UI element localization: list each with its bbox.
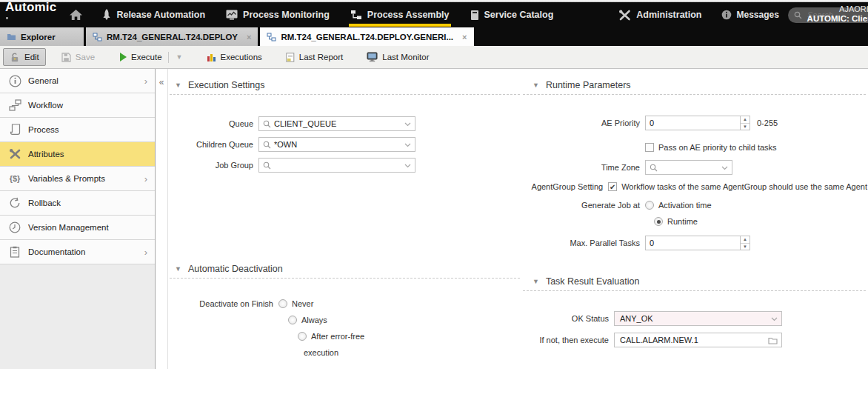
if-not-execute-input[interactable]	[616, 336, 767, 344]
section-automatic-deactivation[interactable]: ▼ Automatic Deactivation	[168, 262, 521, 275]
home-button[interactable]	[69, 9, 83, 21]
queue-combobox[interactable]: CLIENT_QUEUE	[258, 116, 415, 131]
main-nav: Release Automation Process Monitoring Pr…	[101, 4, 721, 26]
max-parallel-input[interactable]	[646, 239, 740, 247]
sidebar-item-variables-prompts[interactable]: {$} Variables & Prompts ›	[0, 167, 155, 191]
chevron-down-icon[interactable]	[721, 166, 728, 170]
search-icon	[263, 141, 271, 149]
radio-after-error-free[interactable]	[298, 332, 307, 341]
save-button[interactable]: Save	[55, 48, 101, 66]
nav-service-catalog[interactable]: Service Catalog	[469, 4, 555, 26]
sidebar-item-label: Workflow	[28, 101, 63, 110]
execute-button[interactable]: Execute ▼	[113, 48, 189, 66]
nav-administration[interactable]: Administration	[617, 4, 703, 26]
sidebar-item-label: Version Management	[28, 223, 109, 232]
browse-folder-icon[interactable]	[768, 336, 778, 344]
time-zone-combobox[interactable]	[645, 160, 732, 175]
tools-icon	[618, 10, 631, 21]
document-tabbar: Explorer RM.T24_GENERAL.T24.DEPLOY × RM.…	[0, 27, 868, 46]
time-zone-row: Time Zone	[521, 160, 867, 175]
section-divider	[523, 290, 866, 291]
job-group-combobox[interactable]	[258, 158, 415, 173]
section-task-result-evaluation[interactable]: ▼ Task Result Evaluation	[521, 275, 867, 287]
tab-deploy-generic[interactable]: RM.T24_GENERAL.T24.DEPLOY.GENERI... ×	[260, 27, 473, 46]
automic-logo: Automic	[5, 0, 56, 30]
rollback-icon	[6, 197, 24, 209]
if-not-execute-field[interactable]	[614, 333, 782, 347]
chevron-right-icon: ›	[144, 173, 147, 184]
last-monitor-button[interactable]: Last Monitor	[360, 48, 435, 66]
folder-icon	[7, 33, 16, 41]
execute-dropdown-icon[interactable]: ▼	[176, 53, 183, 61]
ok-status-row: OK Status ANY_OK	[521, 311, 867, 326]
sidebar-item-attributes[interactable]: Attributes	[0, 142, 155, 167]
section-runtime-parameters[interactable]: ▼ Runtime Parameters	[521, 79, 867, 91]
ae-priority-input[interactable]	[646, 119, 740, 127]
nav-label: Release Automation	[116, 10, 205, 20]
scroll-icon	[6, 124, 24, 136]
sidebar-collapse-gutter: «	[156, 69, 168, 369]
messages-button[interactable]: Messages	[721, 10, 779, 20]
ok-status-select[interactable]: ANY_OK	[614, 311, 782, 326]
sidebar-item-workflow[interactable]: Workflow	[0, 93, 155, 118]
ae-priority-range-hint: 0-255	[757, 119, 778, 127]
chevron-down-icon[interactable]	[404, 164, 411, 168]
sidebar-item-label: Variables & Prompts	[28, 174, 105, 183]
floppy-icon	[61, 53, 71, 62]
sidebar-item-label: Process	[28, 125, 59, 134]
collapse-triangle-icon: ▼	[533, 278, 539, 285]
pass-on-priority-label: Pass on AE priority to child tasks	[658, 143, 777, 152]
sidebar-item-process[interactable]: Process	[0, 118, 155, 142]
bar-chart-icon	[207, 53, 216, 61]
info-icon	[721, 10, 732, 20]
queue-value: CLIENT_QUEUE	[274, 119, 336, 128]
radio-selected-dot	[657, 220, 661, 224]
section-execution-settings[interactable]: ▼ Execution Settings	[168, 79, 521, 91]
variables-icon: {$}	[6, 174, 24, 183]
children-queue-combobox[interactable]: *OWN	[258, 137, 415, 152]
close-tab-icon[interactable]: ×	[247, 33, 251, 41]
radio-never[interactable]	[278, 299, 287, 308]
sidebar-item-version-management[interactable]: Version Management	[0, 216, 155, 240]
pass-on-priority-checkbox[interactable]	[645, 143, 654, 152]
time-zone-label: Time Zone	[521, 163, 645, 172]
trademark-dot	[6, 17, 8, 19]
tab-deploy[interactable]: RM.T24_GENERAL.T24.DEPLOY ×	[86, 27, 258, 46]
radio-runtime[interactable]	[654, 217, 663, 226]
chevron-down-icon[interactable]	[404, 143, 411, 147]
sidebar-item-documentation[interactable]: Documentation ›	[0, 240, 155, 264]
nav-process-assembly[interactable]: Process Assembly	[349, 4, 451, 25]
close-tab-icon[interactable]: ×	[462, 33, 467, 41]
sidebar-item-rollback[interactable]: Rollback	[0, 191, 155, 216]
children-queue-row: Children Queue *OWN	[168, 137, 521, 152]
if-not-execute-row: If not, then execute	[521, 333, 867, 347]
agentgroup-checkbox[interactable]: ✔	[608, 182, 617, 191]
unlock-icon	[10, 53, 20, 62]
radio-always[interactable]	[288, 316, 297, 324]
children-queue-label: Children Queue	[168, 140, 258, 149]
spin-down-icon[interactable]: ▼	[741, 124, 750, 130]
chevron-right-icon: ›	[144, 247, 147, 258]
collapse-sidebar-icon[interactable]: «	[159, 77, 164, 87]
last-report-button[interactable]: Last Report	[279, 48, 350, 66]
tab-explorer[interactable]: Explorer	[0, 27, 84, 46]
deactivate-always-row: Always	[288, 316, 521, 324]
nav-process-monitoring[interactable]: Process Monitoring	[224, 4, 331, 26]
edit-button[interactable]: Edit	[3, 48, 46, 66]
spin-up-icon[interactable]: ▲	[741, 116, 750, 124]
chevron-down-icon[interactable]	[771, 317, 778, 321]
radio-runtime-label: Runtime	[667, 217, 698, 226]
job-group-row: Job Group	[168, 158, 521, 173]
radio-activation-time[interactable]	[645, 201, 654, 210]
chevron-down-icon[interactable]	[404, 122, 411, 127]
nav-label: Process Monitoring	[243, 10, 330, 20]
user-info: AJAORIM AUTOMIC: Client	[807, 4, 868, 24]
spin-up-icon[interactable]: ▲	[741, 236, 750, 244]
executions-button[interactable]: Executions	[200, 48, 269, 66]
max-parallel-spinner: ▲ ▼	[645, 236, 750, 250]
nav-release-automation[interactable]: Release Automation	[101, 4, 207, 26]
agentgroup-setting-label: AgentGroup Setting	[521, 182, 608, 191]
sidebar-item-general[interactable]: General ›	[0, 69, 155, 93]
spin-down-icon[interactable]: ▼	[741, 244, 750, 250]
max-parallel-row: Max. Parallel Tasks ▲ ▼	[521, 236, 867, 250]
